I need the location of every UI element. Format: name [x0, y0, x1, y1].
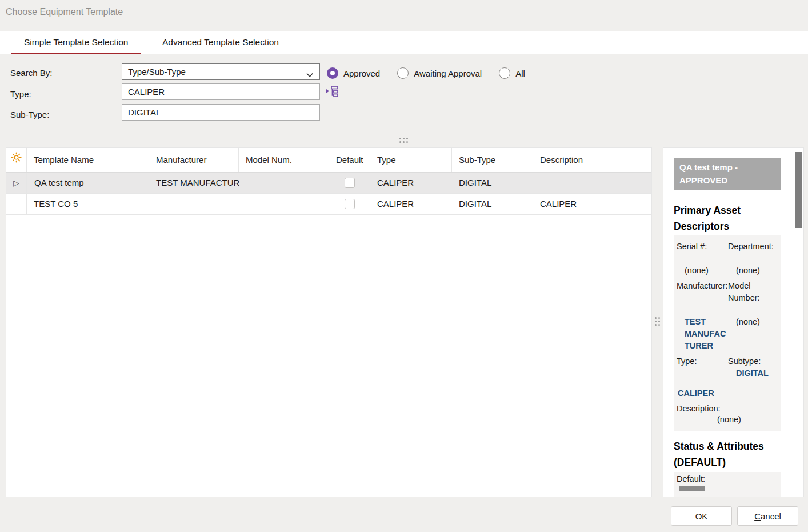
chevron-down-icon — [306, 68, 314, 83]
tab-advanced-template-selection[interactable]: Advanced Template Selection — [150, 31, 291, 54]
vertical-splitter-handle[interactable] — [655, 317, 660, 326]
subtype-label: Subtype: — [728, 355, 782, 367]
grid-header-row: Template Name Manufacturer Model Num. De… — [6, 148, 651, 173]
column-header-sub-type[interactable]: Sub-Type — [452, 148, 533, 172]
department-value: (none) — [728, 265, 782, 277]
radio-all-circle[interactable] — [499, 67, 510, 79]
column-header-template-name[interactable]: Template Name — [27, 148, 149, 172]
radio-awaiting-approval[interactable]: Awaiting Approval — [397, 67, 482, 79]
type-value: CALIPER — [677, 387, 728, 399]
column-header-manufacturer[interactable]: Manufacturer — [149, 148, 239, 172]
manufacturer-value: TEST MANUFACTURER — [677, 316, 728, 352]
radio-all-label: All — [515, 69, 525, 78]
column-header-description[interactable]: Description — [533, 148, 651, 172]
grid-options-button[interactable] — [6, 148, 27, 172]
cell-model-num[interactable] — [239, 173, 329, 193]
hierarchy-tree-icon — [326, 91, 339, 99]
model-number-value: (none) — [728, 316, 782, 352]
sun-icon — [11, 148, 22, 172]
choose-equipment-template-dialog: Choose Equipment Template Simple Templat… — [0, 0, 808, 532]
row-selector — [6, 194, 27, 214]
ok-button[interactable]: OK — [671, 506, 732, 526]
primary-asset-descriptors-title: Primary Asset Descriptors — [674, 202, 771, 234]
type-label: Type: — [677, 355, 728, 367]
serial-label: Serial #: — [677, 241, 728, 253]
cell-default — [329, 173, 370, 193]
column-header-default[interactable]: Default — [329, 148, 370, 172]
cell-type[interactable]: CALIPER — [370, 194, 452, 214]
search-by-dropdown[interactable]: Type/Sub-Type — [122, 63, 320, 80]
column-header-type[interactable]: Type — [370, 148, 452, 172]
cancel-button[interactable]: Cancel — [737, 506, 798, 526]
subtype-label: Sub-Type: — [10, 110, 49, 119]
cell-template-name[interactable]: TEST CO 5 — [27, 194, 149, 214]
column-header-model-num[interactable]: Model Num. — [239, 148, 329, 172]
horizontal-splitter-handle[interactable] — [399, 138, 408, 143]
serial-value: (none) — [677, 265, 728, 277]
radio-awaiting-label: Awaiting Approval — [414, 69, 482, 78]
table-row[interactable]: TEST CO 5 CALIPER DIGITAL CALIPER — [6, 194, 651, 215]
default-checkbox[interactable] — [345, 199, 355, 209]
cell-type[interactable]: CALIPER — [370, 173, 452, 193]
cell-description[interactable]: CALIPER — [533, 194, 651, 214]
search-by-label: Search By: — [10, 68, 52, 78]
cell-default — [329, 194, 370, 214]
status-attributes-fields: Default: — [674, 472, 781, 497]
default-label: Default: — [677, 474, 778, 483]
cell-template-name[interactable]: QA test temp — [27, 173, 149, 193]
cancel-rest: ancel — [761, 511, 781, 521]
primary-asset-descriptors-fields: Serial #: Department: (none) (none) Manu… — [674, 235, 781, 431]
type-input[interactable] — [122, 83, 320, 100]
manufacturer-label: Manufacturer: — [677, 280, 728, 304]
radio-approved-label: Approved — [343, 69, 380, 78]
cell-sub-type[interactable]: DIGITAL — [452, 194, 533, 214]
description-value: (none) — [677, 415, 782, 424]
details-scrollbar[interactable] — [795, 152, 802, 494]
type-label: Type: — [10, 89, 31, 99]
cell-manufacturer[interactable]: TEST MANUFACTURER — [149, 173, 239, 193]
subtype-value: DIGITAL — [728, 367, 782, 379]
row-selector-arrow-icon: ▷ — [6, 173, 27, 193]
department-label: Department: — [728, 241, 782, 253]
tab-bar: Simple Template Selection Advanced Templ… — [0, 31, 808, 54]
default-checkbox[interactable] — [345, 178, 355, 188]
search-by-selected-value: Type/Sub-Type — [128, 67, 186, 77]
radio-approved-circle[interactable] — [327, 67, 338, 79]
cell-model-num[interactable] — [239, 194, 329, 214]
template-details-panel: QA test temp - APPROVED Primary Asset De… — [663, 147, 804, 497]
cell-sub-type[interactable]: DIGITAL — [452, 173, 533, 193]
radio-awaiting-circle[interactable] — [397, 67, 409, 79]
status-attributes-title: Status & Attributes (DEFAULT) — [674, 438, 785, 470]
model-number-label: Model Number: — [728, 280, 782, 304]
horizontal-scrollbar-thumb[interactable] — [679, 486, 705, 491]
page-title: Choose Equipment Template — [6, 7, 123, 17]
radio-approved[interactable]: Approved — [327, 67, 380, 79]
radio-all[interactable]: All — [499, 67, 525, 79]
cell-description[interactable] — [533, 173, 651, 193]
type-hierarchy-picker-button[interactable] — [325, 84, 340, 99]
cell-manufacturer[interactable] — [149, 194, 239, 214]
details-header: QA test temp - APPROVED — [674, 158, 781, 190]
cancel-accelerator: C — [754, 511, 761, 521]
approval-filter-radio-group: Approved Awaiting Approval All — [327, 67, 537, 79]
description-label: Description: — [677, 403, 728, 415]
details-scrollbar-thumb[interactable] — [795, 152, 802, 228]
table-row[interactable]: ▷ QA test temp TEST MANUFACTURER CALIPER… — [6, 173, 651, 194]
subtype-input[interactable] — [122, 104, 320, 121]
tab-simple-template-selection[interactable]: Simple Template Selection — [11, 31, 141, 54]
template-grid: Template Name Manufacturer Model Num. De… — [6, 147, 652, 497]
